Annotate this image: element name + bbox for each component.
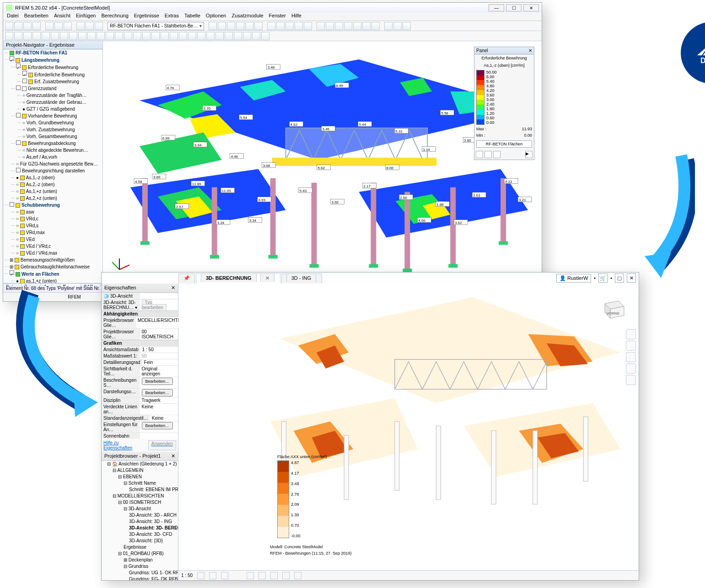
scale-label[interactable]: 1 : 50 xyxy=(181,573,193,578)
tool-icon[interactable] xyxy=(252,32,260,40)
close-button[interactable]: ✕ xyxy=(627,273,636,283)
panel-expand-icon[interactable]: ▶ xyxy=(525,151,533,158)
tool-icon[interactable] xyxy=(133,32,141,40)
apply-button[interactable]: Anwenden xyxy=(148,440,176,450)
tool-icon[interactable] xyxy=(362,22,371,30)
tool-icon[interactable] xyxy=(60,32,68,40)
close-icon[interactable]: ✕ xyxy=(171,453,175,459)
tool-icon[interactable] xyxy=(161,32,169,40)
status-icon[interactable] xyxy=(221,572,228,579)
orbit-icon[interactable] xyxy=(626,363,636,374)
status-icon[interactable] xyxy=(258,572,266,579)
tool-icon[interactable] xyxy=(32,32,41,40)
tool-icon[interactable] xyxy=(215,32,224,40)
menu-tabelle[interactable]: Tabelle xyxy=(184,13,200,21)
close-icon[interactable]: ✕ xyxy=(171,285,175,291)
tool-icon[interactable] xyxy=(14,22,22,30)
status-icon[interactable] xyxy=(294,572,301,579)
tool-icon[interactable] xyxy=(78,32,86,40)
tool-icon[interactable] xyxy=(267,22,275,30)
edit-button[interactable]: Bearbeiten… xyxy=(142,389,173,396)
tool-icon[interactable] xyxy=(42,32,50,40)
tool-icon[interactable] xyxy=(179,32,187,40)
doc-tab-pin[interactable]: 📌 xyxy=(178,273,195,283)
tool-icon[interactable] xyxy=(95,22,103,30)
edit-button[interactable]: Bearbeiten… xyxy=(142,378,173,385)
tool-icon[interactable] xyxy=(227,22,235,30)
tool-icon[interactable] xyxy=(23,32,32,40)
tool-icon[interactable] xyxy=(106,32,114,40)
tool-icon[interactable] xyxy=(51,32,59,40)
tool-icon[interactable] xyxy=(86,22,94,30)
tool-icon[interactable] xyxy=(317,22,325,30)
tool-icon[interactable] xyxy=(97,32,105,40)
panel-icon[interactable] xyxy=(476,151,483,158)
tool-icon[interactable] xyxy=(403,22,411,30)
menu-berechnung[interactable]: Berechnung xyxy=(101,13,128,21)
tool-icon[interactable] xyxy=(344,22,352,30)
menu-ergebnisse[interactable]: Ergebnisse xyxy=(134,13,159,21)
status-icon[interactable] xyxy=(270,572,278,579)
tool-icon[interactable] xyxy=(209,22,217,30)
menu-zusatzmodule[interactable]: Zusatzmodule xyxy=(232,13,264,21)
tool-icon[interactable] xyxy=(335,22,343,30)
tool-icon[interactable] xyxy=(142,32,151,40)
rf-beton-button[interactable]: RF-BETON Flächen xyxy=(476,140,532,148)
tool-icon[interactable] xyxy=(76,22,85,30)
tool-icon[interactable] xyxy=(245,22,253,30)
status-icon[interactable] xyxy=(209,572,216,579)
edit-button[interactable]: Bearbeiten… xyxy=(142,422,173,429)
tool-icon[interactable] xyxy=(234,32,242,40)
tool-icon[interactable] xyxy=(69,32,77,40)
tool-icon[interactable] xyxy=(254,22,263,30)
view-cube[interactable]: VORNE xyxy=(600,295,626,321)
tab-3d-ing[interactable]: 3D - ING xyxy=(281,273,322,283)
tool-icon[interactable] xyxy=(218,22,226,30)
tool-icon[interactable] xyxy=(115,32,123,40)
status-icon[interactable] xyxy=(282,572,290,579)
tool-icon[interactable] xyxy=(326,22,334,30)
loadcase-combo[interactable]: RF-BETON Flächen FA1 - Stahlbeton-Be… xyxy=(108,22,204,30)
tool-icon[interactable] xyxy=(45,22,54,30)
menu-hilfe[interactable]: Hilfe xyxy=(291,13,301,21)
status-icon[interactable] xyxy=(197,572,205,579)
menu-einfuegen[interactable]: Einfügen xyxy=(76,13,96,21)
restore-button[interactable]: ▢ xyxy=(615,273,624,283)
cart-icon[interactable]: 🛒 xyxy=(598,273,608,283)
menu-fenster[interactable]: Fenster xyxy=(269,13,286,21)
tool-icon[interactable] xyxy=(170,32,178,40)
pan-icon[interactable] xyxy=(626,341,636,351)
project-browser-tree[interactable]: ⊟ 🏠 Ansichten (Gliederung 1 + 2) ⊟ ALLGE… xyxy=(102,461,178,580)
tool-icon[interactable] xyxy=(64,22,72,30)
maximize-button[interactable]: ☐ xyxy=(506,4,522,11)
tool-icon[interactable] xyxy=(14,32,22,40)
status-icon[interactable] xyxy=(247,572,254,579)
home-icon[interactable] xyxy=(626,375,636,385)
tool-icon[interactable] xyxy=(261,32,269,40)
menu-ansicht[interactable]: Ansicht xyxy=(54,13,70,21)
tool-icon[interactable] xyxy=(87,32,96,40)
bim-3d-viewport[interactable]: Fläche AXX unten (cm²/m²) 4.874.173.482.… xyxy=(178,283,639,570)
tool-icon[interactable] xyxy=(32,22,41,30)
nav-wheel-icon[interactable] xyxy=(626,329,636,339)
tool-icon[interactable] xyxy=(304,22,312,30)
help-link[interactable]: Hilfe zu Eigenschaften xyxy=(103,440,148,450)
tool-icon[interactable] xyxy=(23,22,32,30)
menu-bearbeiten[interactable]: Bearbeiten xyxy=(24,13,48,21)
rfem-3d-viewport[interactable]: 4.763.488.992.705.544.623.455.445.315.58… xyxy=(103,41,542,291)
menu-extras[interactable]: Extras xyxy=(165,13,179,21)
tool-icon[interactable] xyxy=(295,22,303,30)
tool-icon[interactable] xyxy=(236,22,244,30)
tool-icon[interactable] xyxy=(353,22,361,30)
tool-icon[interactable] xyxy=(206,32,215,40)
tool-icon[interactable] xyxy=(276,22,285,30)
zoom-icon[interactable] xyxy=(626,352,636,362)
tab-3d-berechnung[interactable]: 3D- BERECHNUNG✕ xyxy=(196,273,280,283)
tool-icon[interactable] xyxy=(225,32,233,40)
results-panel[interactable]: Panel Erforderliche Bewehrung As,1,-z (o… xyxy=(474,47,534,160)
user-button[interactable]: RustlerW xyxy=(556,274,591,283)
tool-icon[interactable] xyxy=(243,32,251,40)
tool-icon[interactable] xyxy=(188,32,196,40)
panel-icon[interactable] xyxy=(493,151,500,158)
tool-icon[interactable] xyxy=(393,22,402,30)
